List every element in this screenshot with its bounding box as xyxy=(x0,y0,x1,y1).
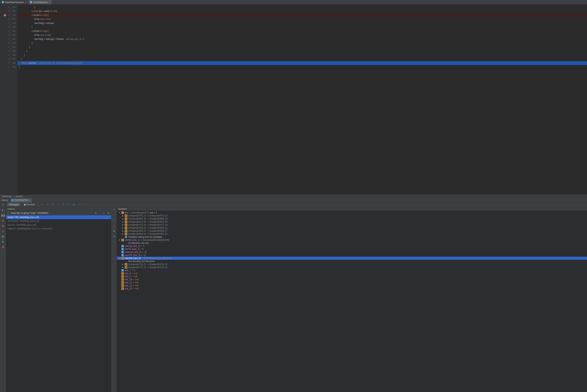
variable-node[interactable]: slot_7 = 8 xyxy=(117,269,587,272)
line-number[interactable]: 749 xyxy=(0,65,16,69)
variable-node[interactable]: ▶{Integer@482} 63 -> {Integer@482} 63 xyxy=(117,232,587,236)
code-line[interactable]: newTab[j] = loHead; xyxy=(18,21,587,25)
breadcrumb-class[interactable]: HashMap xyxy=(2,195,12,198)
line-number[interactable]: 739 xyxy=(0,25,16,29)
step-into-icon[interactable]: ↧ xyxy=(51,203,54,206)
step-over-icon[interactable]: ↷ xyxy=(46,203,49,206)
fold-marker[interactable] xyxy=(8,66,10,68)
variable-node[interactable]: slot_8 = null xyxy=(117,272,587,275)
prev-frame-icon[interactable]: ↑ xyxy=(98,211,101,215)
code-line[interactable]: if (hiTail != null) { xyxy=(18,29,587,33)
fold-marker[interactable] xyxy=(8,50,10,52)
tree-twistie[interactable]: ▼ xyxy=(118,212,121,214)
variable-node[interactable]: slot_9 = null xyxy=(117,275,587,278)
code-line[interactable]: } while ((e = next) != null); xyxy=(18,9,587,13)
debug-config-tab[interactable]: ▦ HashMapTest × xyxy=(10,198,32,202)
breakpoint-icon[interactable] xyxy=(4,14,6,16)
rerun-icon[interactable]: ↻ xyxy=(1,203,5,206)
line-number[interactable]: 741 xyxy=(0,33,16,37)
up-icon[interactable]: ↑ xyxy=(112,218,116,222)
editor-tab[interactable]: CHashMapTest.java× xyxy=(0,0,28,4)
code-line[interactable]: loTail.next = null; xyxy=(18,17,587,21)
step-out-icon[interactable]: ↥ xyxy=(62,203,65,206)
show-exec-icon[interactable]: ≡ xyxy=(40,203,44,206)
variable-node[interactable]: ▼newTab (slot_6) = {HashMap$Node[16]@469… xyxy=(117,257,587,260)
close-icon[interactable]: × xyxy=(29,199,30,201)
code-line[interactable]: } xyxy=(18,53,587,57)
variable-node[interactable]: ▶{Integer@473} 23 -> {Integer@473} 23 xyxy=(117,214,587,217)
fold-marker[interactable] xyxy=(8,38,10,40)
code-area[interactable]: } } while ((e = next) != null); if (loTa… xyxy=(18,4,587,194)
fold-marker[interactable] xyxy=(8,10,10,12)
code-line[interactable]: } xyxy=(18,5,587,9)
run-to-cursor-icon[interactable]: ▸| xyxy=(72,203,76,206)
link-icon[interactable]: ∞ xyxy=(112,234,116,238)
fold-marker[interactable] xyxy=(8,42,10,44)
down-icon[interactable]: ↓ xyxy=(112,224,116,227)
variable-node[interactable]: slot_13 = null xyxy=(117,287,587,290)
fold-marker[interactable] xyxy=(8,14,10,16)
variable-node[interactable]: ▶{Integer@473} 23 -> {Integer@473} 23 xyxy=(117,263,587,266)
line-number[interactable]: 737 xyxy=(0,17,16,21)
variable-node[interactable]: ▶{Integer@481} 55 -> {Integer@481} 55 xyxy=(117,220,587,223)
variable-node[interactable]: Not showing null elements xyxy=(117,260,587,263)
fold-marker[interactable] xyxy=(8,30,10,32)
stop-icon[interactable]: ■ xyxy=(1,219,5,222)
tree-twistie[interactable]: ▼ xyxy=(118,257,121,259)
line-number[interactable]: 748 xyxy=(0,61,16,65)
pause-icon[interactable]: ❚❚ xyxy=(1,214,5,217)
pin-icon[interactable]: 📌 xyxy=(1,246,5,249)
line-number[interactable]: 735 xyxy=(0,9,16,13)
filter-icon[interactable]: ▾ xyxy=(107,211,110,215)
fold-marker[interactable] xyxy=(8,62,10,64)
variable-node[interactable]: oldCap (slot_2) = 8 xyxy=(117,244,587,248)
line-number[interactable]: 745 xyxy=(0,49,16,53)
code-line[interactable]: if (loTail != null) { xyxy=(18,13,587,17)
fold-marker[interactable] xyxy=(8,26,10,28)
variable-node[interactable]: Variables debug info not available xyxy=(117,236,587,238)
tree-twistie[interactable]: ▶ xyxy=(122,224,124,226)
variable-node[interactable]: ▶{Integer@472} 15 -> {Integer@472} 15 xyxy=(117,266,587,269)
line-number[interactable]: 734 xyxy=(0,5,16,9)
variable-node[interactable]: slot_12 = null xyxy=(117,284,587,287)
variable-node[interactable]: newCap (slot_4) = 16 xyxy=(117,251,587,254)
frames-list[interactable]: resize:748, HashMap (java.util)putVal:66… xyxy=(6,215,111,392)
fold-marker[interactable] xyxy=(8,54,10,56)
code-line[interactable]: hiTail.next = null; xyxy=(18,33,587,37)
line-number[interactable]: 740 xyxy=(0,29,16,33)
variable-node[interactable]: ▼oldTab (slot_1) = {HashMap$Node[8]@468} xyxy=(117,238,587,242)
tree-twistie[interactable]: ▶ xyxy=(122,230,124,232)
variable-node[interactable]: newThr (slot_5) = 12 xyxy=(117,254,587,257)
mute-bp-icon[interactable]: ⊘ xyxy=(1,230,5,233)
settings-icon[interactable]: ⚙ xyxy=(1,240,5,244)
tree-twistie[interactable]: ▶ xyxy=(122,221,124,223)
tree-twistie[interactable]: ▶ xyxy=(122,227,124,229)
code-line[interactable]: } xyxy=(18,49,587,53)
variable-node[interactable]: ▶{Integer@494} 31 -> {Integer@494} 31 xyxy=(117,226,587,230)
camera-icon[interactable]: 📷 xyxy=(1,235,5,238)
trace-icon[interactable]: ⋯ xyxy=(83,203,86,206)
force-into-icon[interactable]: ⇩ xyxy=(56,203,60,206)
next-frame-icon[interactable]: ↓ xyxy=(102,211,106,215)
variable-node[interactable]: ▶{Integer@495} 47 -> {Integer@495} 47 xyxy=(117,230,587,232)
stack-frame[interactable]: resize:748, HashMap (java.util) xyxy=(6,215,111,219)
variable-node[interactable]: ▶{Integer@488} 39 -> {Integer@488} 39 xyxy=(117,217,587,220)
breadcrumb-method[interactable]: resize() xyxy=(15,195,23,198)
variable-node[interactable]: oldThr (slot_3) = 6 xyxy=(117,248,587,251)
variable-node[interactable]: All elements are null xyxy=(117,242,587,244)
code-line[interactable]: } xyxy=(18,25,587,29)
remove-icon[interactable]: － xyxy=(112,213,116,217)
thread-selector[interactable]: "main"@1 in group "main": RUNNING xyxy=(10,212,94,214)
line-number[interactable]: 743 xyxy=(0,41,16,45)
tree-twistie[interactable]: ▼ xyxy=(118,239,121,241)
variable-node[interactable]: ▼this = {HashMap@467} size = 7 xyxy=(117,211,587,214)
code-line[interactable]: } xyxy=(18,41,587,45)
variable-node[interactable]: slot_10 = null xyxy=(117,278,587,281)
tab-debugger[interactable]: Debugger xyxy=(7,203,20,206)
fold-marker[interactable] xyxy=(8,6,10,8)
add-icon[interactable]: ＋ xyxy=(112,208,116,211)
line-number[interactable]: 738 xyxy=(0,21,16,25)
tree-twistie[interactable]: ▶ xyxy=(122,218,124,220)
code-line[interactable]: } xyxy=(18,65,587,69)
chevron-down-icon[interactable]: ▾ xyxy=(95,212,97,214)
